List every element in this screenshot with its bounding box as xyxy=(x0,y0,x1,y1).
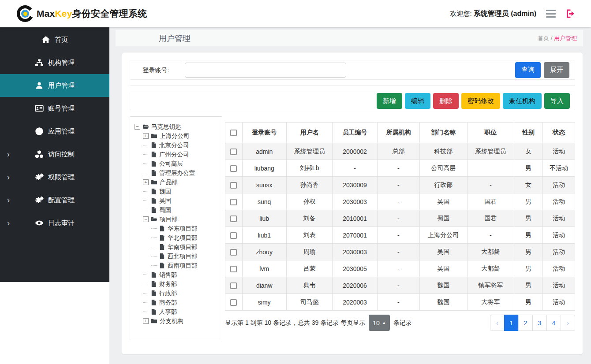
row-checkbox[interactable] xyxy=(230,299,237,306)
sidebar-item-user[interactable]: 用户管理 xyxy=(0,74,109,97)
file-icon xyxy=(150,271,157,278)
table-cell: 国君 xyxy=(467,210,514,227)
select-all-checkbox[interactable] xyxy=(230,130,237,136)
file-icon xyxy=(150,142,157,149)
page-button-3[interactable]: 3 xyxy=(532,315,547,331)
sidebar-item-access[interactable]: ›访问控制 xyxy=(0,143,109,166)
breadcrumb-home-link[interactable]: 首页 xyxy=(538,35,549,41)
table-cell: sunsx xyxy=(242,177,286,193)
table-row[interactable]: simy司马懿2020003-魏国大将军男活动 xyxy=(225,294,575,311)
sidebar-item-perm[interactable]: ›权限管理 xyxy=(0,166,109,189)
tree-node[interactable]: 华北项目部 xyxy=(135,233,220,242)
tree-node-label: 广州分公司 xyxy=(159,151,189,159)
page-button-4[interactable]: 4 xyxy=(546,315,561,331)
row-checkbox[interactable] xyxy=(230,266,237,272)
tree-node[interactable]: 蜀国 xyxy=(135,205,220,215)
login-account-input[interactable] xyxy=(185,63,346,78)
row-checkbox-cell xyxy=(225,193,243,210)
chevron-right-icon: › xyxy=(7,196,10,204)
tree-node[interactable]: 人事部 xyxy=(135,307,220,316)
table-cell: 男 xyxy=(514,294,543,311)
delete-button[interactable]: 删除 xyxy=(433,93,459,109)
table-row[interactable]: liub1刘表2070001-上海分公司-男活动 xyxy=(225,227,575,244)
tree-node[interactable]: 财务部 xyxy=(135,279,220,289)
tree-node-label: 西南项目部 xyxy=(168,262,198,270)
tree-node-label: 财务部 xyxy=(159,280,177,288)
sidebar-item-account[interactable]: 账号管理 xyxy=(0,97,109,120)
expand-icon[interactable]: + xyxy=(143,133,149,139)
tree-node[interactable]: 北京分公司 xyxy=(135,141,220,150)
collapse-icon[interactable]: − xyxy=(143,216,149,222)
tree-node[interactable]: 西南项目部 xyxy=(135,261,220,270)
row-checkbox[interactable] xyxy=(230,282,237,289)
tree-node[interactable]: 吴国 xyxy=(135,196,220,205)
expand-button[interactable]: 展开 xyxy=(544,62,569,78)
next-page-button[interactable]: › xyxy=(561,315,575,331)
row-checkbox[interactable] xyxy=(230,165,237,172)
table-cell: - xyxy=(377,260,419,277)
import-button[interactable]: 导入 xyxy=(544,93,570,109)
table-row[interactable]: dianw典韦2020006-魏国镇军将军男活动 xyxy=(225,277,575,294)
menu-toggle-icon[interactable] xyxy=(546,10,556,18)
page-button-2[interactable]: 2 xyxy=(518,315,533,331)
tree-node[interactable]: 华南项目部 xyxy=(135,242,220,252)
table-row[interactable]: liub刘备2010001-蜀国国君男活动 xyxy=(225,210,575,227)
logout-icon[interactable] xyxy=(565,9,576,19)
prev-page-button[interactable]: ‹ xyxy=(490,315,505,331)
tree-node[interactable]: 公司高层 xyxy=(135,159,220,168)
page-size-select[interactable]: 10 ▲ xyxy=(369,315,390,331)
sidebar-item-config[interactable]: ›配置管理 xyxy=(0,189,109,212)
tree-connector-dots xyxy=(143,201,148,201)
tree-node[interactable]: 商务部 xyxy=(135,298,220,307)
query-button[interactable]: 查询 xyxy=(515,62,541,78)
row-checkbox[interactable] xyxy=(230,232,237,239)
table-row[interactable]: admin系统管理员2000002总部科技部系统管理员女活动 xyxy=(225,143,575,160)
id-card-icon xyxy=(35,104,44,113)
tree-node[interactable]: −项目部 xyxy=(135,215,220,224)
page-title: 用户管理 xyxy=(159,33,191,44)
table-cell: 大都督 xyxy=(467,244,514,260)
tree-node[interactable]: 西北项目部 xyxy=(135,252,220,261)
sidebar-item-audit[interactable]: ›日志审计 xyxy=(0,212,109,234)
row-checkbox[interactable] xyxy=(230,249,237,256)
tree-node[interactable]: 销售部 xyxy=(135,270,220,279)
tree-node[interactable]: 广州分公司 xyxy=(135,150,220,159)
row-checkbox[interactable] xyxy=(230,149,237,155)
table-row[interactable]: lvm吕蒙2030005-吴国大都督男活动 xyxy=(225,260,575,277)
change-password-button[interactable]: 密码修改 xyxy=(461,93,500,109)
sidebar-item-org[interactable]: 机构管理 xyxy=(0,51,109,74)
sidebar-item-app[interactable]: 应用管理 xyxy=(0,120,109,143)
edit-button[interactable]: 编辑 xyxy=(405,93,430,109)
row-checkbox[interactable] xyxy=(230,182,237,189)
table-cell: 系统管理员 xyxy=(467,143,514,160)
expand-icon[interactable]: + xyxy=(143,179,149,185)
tree-node[interactable]: +分支机构 xyxy=(135,316,220,326)
expand-icon[interactable]: + xyxy=(143,318,149,324)
table-cell: 吴国 xyxy=(420,260,467,277)
file-icon xyxy=(159,244,165,250)
page-button-1[interactable]: 1 xyxy=(504,315,519,331)
table-cell: 活动 xyxy=(542,277,575,294)
collapse-icon[interactable]: − xyxy=(135,124,140,130)
row-checkbox-cell xyxy=(225,160,243,177)
tree-node[interactable]: +产品部 xyxy=(135,178,220,187)
globe-icon xyxy=(35,127,44,136)
tree-node[interactable]: 魏国 xyxy=(135,187,220,196)
table-cell: 女 xyxy=(514,143,543,160)
add-button[interactable]: 新增 xyxy=(377,93,402,109)
tree-node[interactable]: +上海分公司 xyxy=(135,131,220,141)
tree-node[interactable]: 华东项目部 xyxy=(135,224,220,233)
sidebar-item-home[interactable]: 首页 xyxy=(0,28,109,51)
table-row[interactable]: sunsx孙尚香2030009-行政部-女活动 xyxy=(225,177,575,193)
table-row[interactable]: zhouy周瑜2030003-吴国大都督男活动 xyxy=(225,244,575,260)
row-checkbox[interactable] xyxy=(230,199,237,205)
row-checkbox[interactable] xyxy=(230,215,237,222)
table-row[interactable]: liubang刘邦Lb--公司高层男不活动 xyxy=(225,160,575,177)
tree-node[interactable]: −马克思钥匙 xyxy=(135,122,220,131)
tree-node[interactable]: 行政部 xyxy=(135,289,220,298)
table-row[interactable]: sunq孙权2030003-吴国国君男活动 xyxy=(225,193,575,210)
tree-node[interactable]: 管理层办公室 xyxy=(135,168,220,178)
concurrent-org-button[interactable]: 兼任机构 xyxy=(503,93,542,109)
table-cell: 男 xyxy=(514,244,543,260)
tree-node-label: 销售部 xyxy=(159,271,177,279)
